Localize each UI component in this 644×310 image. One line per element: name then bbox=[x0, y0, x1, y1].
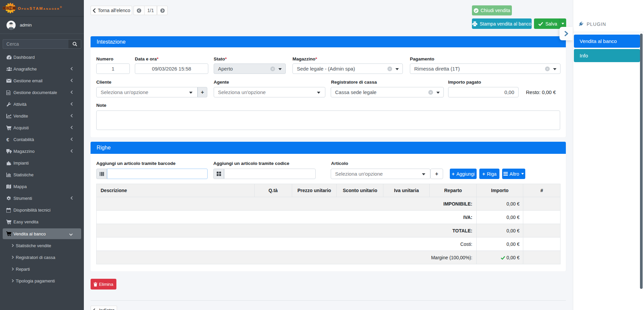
svg-text:€: € bbox=[6, 137, 9, 142]
svg-text:OSM: OSM bbox=[5, 6, 13, 10]
